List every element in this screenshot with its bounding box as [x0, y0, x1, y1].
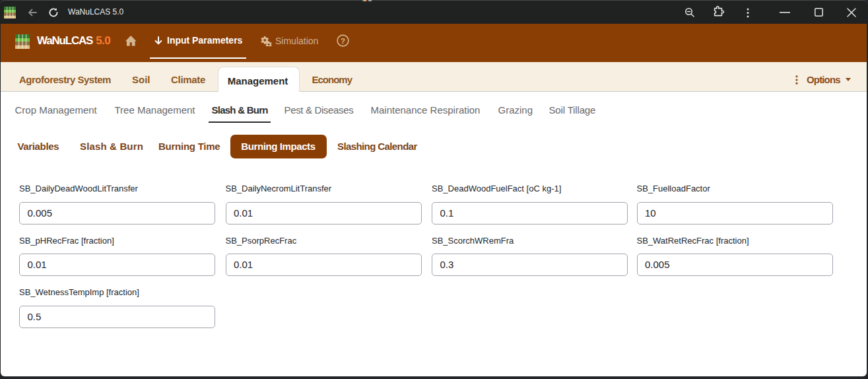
svg-text:?: ?: [341, 37, 345, 45]
